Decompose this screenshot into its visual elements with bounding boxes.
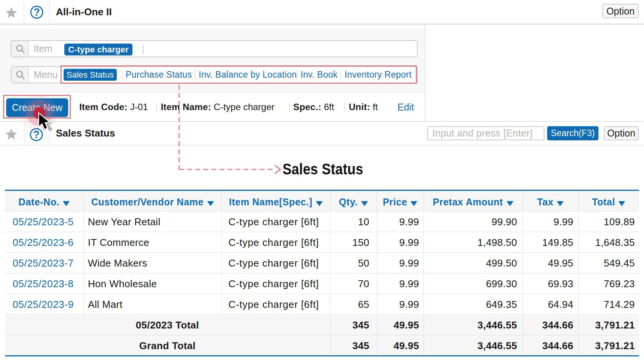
svg-text:?: ? — [34, 7, 40, 18]
